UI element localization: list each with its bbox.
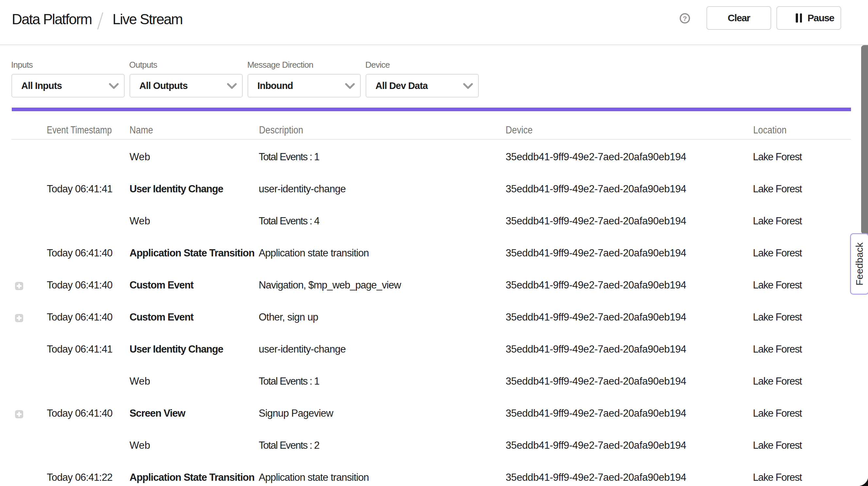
svg-text:?: ? (683, 15, 687, 22)
